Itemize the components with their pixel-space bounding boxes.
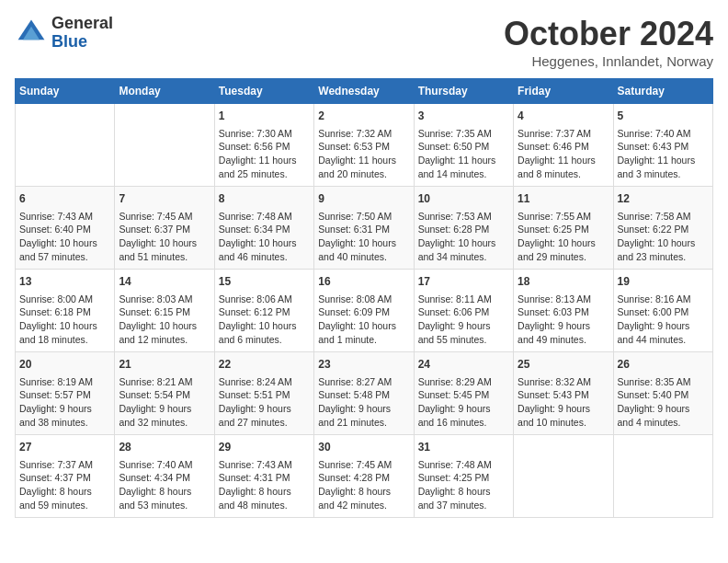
calendar-cell: 14Sunrise: 8:03 AM Sunset: 6:15 PM Dayli… — [115, 270, 214, 352]
calendar-cell: 11Sunrise: 7:55 AM Sunset: 6:25 PM Dayli… — [514, 187, 613, 270]
week-row-2: 6Sunrise: 7:43 AM Sunset: 6:40 PM Daylig… — [16, 187, 713, 270]
day-info: Sunrise: 7:55 AM Sunset: 6:25 PM Dayligh… — [518, 210, 609, 264]
day-info: Sunrise: 8:11 AM Sunset: 6:06 PM Dayligh… — [418, 293, 509, 347]
subtitle: Heggenes, Innlandet, Norway — [504, 53, 713, 69]
week-row-3: 13Sunrise: 8:00 AM Sunset: 6:18 PM Dayli… — [16, 270, 713, 352]
calendar-cell: 28Sunrise: 7:40 AM Sunset: 4:34 PM Dayli… — [115, 435, 214, 518]
weekday-header-sunday: Sunday — [16, 79, 115, 104]
day-number: 22 — [219, 357, 310, 373]
calendar-cell: 1Sunrise: 7:30 AM Sunset: 6:56 PM Daylig… — [214, 104, 313, 187]
day-info: Sunrise: 7:30 AM Sunset: 6:56 PM Dayligh… — [219, 127, 310, 181]
calendar-cell: 27Sunrise: 7:37 AM Sunset: 4:37 PM Dayli… — [16, 435, 115, 518]
weekday-header-thursday: Thursday — [414, 79, 513, 104]
logo-blue-text: Blue — [51, 33, 113, 52]
day-info: Sunrise: 7:37 AM Sunset: 4:37 PM Dayligh… — [19, 458, 110, 512]
day-number: 30 — [318, 440, 409, 455]
week-row-1: 1Sunrise: 7:30 AM Sunset: 6:56 PM Daylig… — [16, 104, 713, 187]
day-info: Sunrise: 8:06 AM Sunset: 6:12 PM Dayligh… — [219, 293, 310, 347]
calendar-cell: 17Sunrise: 8:11 AM Sunset: 6:06 PM Dayli… — [414, 270, 513, 352]
logo-icon — [15, 17, 48, 50]
day-number: 21 — [119, 357, 210, 373]
calendar-cell — [613, 435, 712, 518]
day-info: Sunrise: 7:45 AM Sunset: 4:28 PM Dayligh… — [318, 458, 409, 512]
day-number: 9 — [318, 191, 409, 207]
calendar-cell: 3Sunrise: 7:35 AM Sunset: 6:50 PM Daylig… — [414, 104, 513, 187]
day-info: Sunrise: 8:00 AM Sunset: 6:18 PM Dayligh… — [19, 293, 110, 347]
day-number: 31 — [418, 440, 509, 455]
day-number: 13 — [19, 274, 110, 290]
calendar-cell: 18Sunrise: 8:13 AM Sunset: 6:03 PM Dayli… — [514, 270, 613, 352]
calendar-cell: 9Sunrise: 7:50 AM Sunset: 6:31 PM Daylig… — [314, 187, 414, 270]
day-number: 1 — [219, 109, 310, 124]
calendar-cell: 19Sunrise: 8:16 AM Sunset: 6:00 PM Dayli… — [613, 270, 712, 352]
day-info: Sunrise: 7:50 AM Sunset: 6:31 PM Dayligh… — [318, 210, 409, 264]
calendar-cell — [16, 104, 115, 187]
calendar-cell: 2Sunrise: 7:32 AM Sunset: 6:53 PM Daylig… — [314, 104, 414, 187]
calendar-cell: 22Sunrise: 8:24 AM Sunset: 5:51 PM Dayli… — [214, 352, 313, 435]
calendar-cell — [115, 104, 214, 187]
calendar-cell: 12Sunrise: 7:58 AM Sunset: 6:22 PM Dayli… — [613, 187, 712, 270]
day-info: Sunrise: 8:35 AM Sunset: 5:40 PM Dayligh… — [618, 375, 709, 430]
week-row-5: 27Sunrise: 7:37 AM Sunset: 4:37 PM Dayli… — [16, 435, 713, 518]
calendar-cell: 4Sunrise: 7:37 AM Sunset: 6:46 PM Daylig… — [514, 104, 613, 187]
calendar-cell — [514, 435, 613, 518]
day-info: Sunrise: 7:37 AM Sunset: 6:46 PM Dayligh… — [518, 127, 609, 181]
day-number: 15 — [219, 274, 310, 290]
day-number: 8 — [219, 191, 310, 207]
calendar-cell: 24Sunrise: 8:29 AM Sunset: 5:45 PM Dayli… — [414, 352, 513, 435]
day-info: Sunrise: 7:45 AM Sunset: 6:37 PM Dayligh… — [119, 210, 210, 264]
day-number: 23 — [318, 357, 409, 373]
weekday-header-wednesday: Wednesday — [314, 79, 414, 104]
day-info: Sunrise: 7:43 AM Sunset: 4:31 PM Dayligh… — [219, 458, 310, 512]
day-number: 27 — [19, 440, 110, 455]
calendar-cell: 26Sunrise: 8:35 AM Sunset: 5:40 PM Dayli… — [613, 352, 712, 435]
weekday-header-monday: Monday — [115, 79, 214, 104]
day-info: Sunrise: 8:03 AM Sunset: 6:15 PM Dayligh… — [119, 293, 210, 347]
day-number: 11 — [518, 191, 609, 207]
calendar-cell: 23Sunrise: 8:27 AM Sunset: 5:48 PM Dayli… — [314, 352, 414, 435]
calendar-cell: 25Sunrise: 8:32 AM Sunset: 5:43 PM Dayli… — [514, 352, 613, 435]
calendar-cell: 10Sunrise: 7:53 AM Sunset: 6:28 PM Dayli… — [414, 187, 513, 270]
weekday-header-friday: Friday — [514, 79, 613, 104]
day-number: 26 — [618, 357, 709, 373]
day-number: 29 — [219, 440, 310, 455]
calendar-cell: 8Sunrise: 7:48 AM Sunset: 6:34 PM Daylig… — [214, 187, 313, 270]
day-number: 7 — [119, 191, 210, 207]
day-number: 24 — [418, 357, 509, 373]
day-number: 2 — [318, 109, 409, 124]
day-number: 10 — [418, 191, 509, 207]
day-number: 14 — [119, 274, 210, 290]
day-number: 20 — [19, 357, 110, 373]
day-number: 17 — [418, 274, 509, 290]
calendar-cell: 21Sunrise: 8:21 AM Sunset: 5:54 PM Dayli… — [115, 352, 214, 435]
day-info: Sunrise: 8:29 AM Sunset: 5:45 PM Dayligh… — [418, 375, 509, 430]
weekday-header-tuesday: Tuesday — [214, 79, 313, 104]
page-header: General Blue October 2024 Heggenes, Innl… — [15, 15, 713, 69]
day-number: 4 — [518, 109, 609, 124]
day-info: Sunrise: 7:40 AM Sunset: 4:34 PM Dayligh… — [119, 458, 210, 512]
day-info: Sunrise: 8:32 AM Sunset: 5:43 PM Dayligh… — [518, 375, 609, 430]
day-number: 18 — [518, 274, 609, 290]
day-number: 28 — [119, 440, 210, 455]
calendar-cell: 16Sunrise: 8:08 AM Sunset: 6:09 PM Dayli… — [314, 270, 414, 352]
day-info: Sunrise: 8:16 AM Sunset: 6:00 PM Dayligh… — [618, 293, 709, 347]
day-info: Sunrise: 7:53 AM Sunset: 6:28 PM Dayligh… — [418, 210, 509, 264]
day-number: 12 — [618, 191, 709, 207]
day-info: Sunrise: 7:48 AM Sunset: 6:34 PM Dayligh… — [219, 210, 310, 264]
day-number: 3 — [418, 109, 509, 124]
logo-general-text: General — [51, 15, 113, 33]
calendar-cell: 7Sunrise: 7:45 AM Sunset: 6:37 PM Daylig… — [115, 187, 214, 270]
day-info: Sunrise: 7:43 AM Sunset: 6:40 PM Dayligh… — [19, 210, 110, 264]
week-row-4: 20Sunrise: 8:19 AM Sunset: 5:57 PM Dayli… — [16, 352, 713, 435]
calendar-cell: 31Sunrise: 7:48 AM Sunset: 4:25 PM Dayli… — [414, 435, 513, 518]
day-number: 5 — [618, 109, 709, 124]
day-info: Sunrise: 8:13 AM Sunset: 6:03 PM Dayligh… — [518, 293, 609, 347]
weekday-header-saturday: Saturday — [613, 79, 712, 104]
day-info: Sunrise: 8:08 AM Sunset: 6:09 PM Dayligh… — [318, 293, 409, 347]
calendar-cell: 15Sunrise: 8:06 AM Sunset: 6:12 PM Dayli… — [214, 270, 313, 352]
calendar-cell: 6Sunrise: 7:43 AM Sunset: 6:40 PM Daylig… — [16, 187, 115, 270]
calendar-cell: 20Sunrise: 8:19 AM Sunset: 5:57 PM Dayli… — [16, 352, 115, 435]
weekday-header-row: SundayMondayTuesdayWednesdayThursdayFrid… — [16, 79, 713, 104]
day-info: Sunrise: 7:32 AM Sunset: 6:53 PM Dayligh… — [318, 127, 409, 181]
day-info: Sunrise: 8:19 AM Sunset: 5:57 PM Dayligh… — [19, 375, 110, 430]
